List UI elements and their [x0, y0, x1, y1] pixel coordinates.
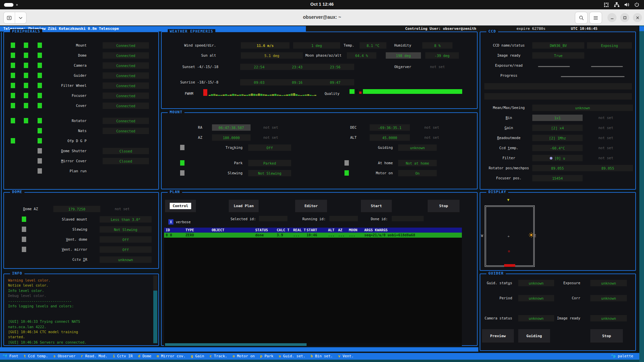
plan-button-control[interactable]: Control	[165, 200, 196, 213]
peripheral-led	[38, 118, 42, 123]
terminal-screen: Telescope: Zbigniew Zibi Kołaczkowski 0.…	[0, 25, 644, 362]
maximize-button[interactable]	[620, 13, 629, 22]
dome-row-value[interactable]: Off	[100, 246, 152, 253]
plan-table-row[interactable]: 0 0ZEROdone3.9...10:46.........seq=21/u/…	[164, 233, 462, 238]
hotkey-park[interactable]: p Park	[260, 353, 273, 360]
peripheral-status: Connected	[103, 72, 149, 79]
readoutmode-value[interactable]: [2] 1Mhz	[532, 135, 583, 141]
image-ready-value: True	[532, 52, 584, 59]
dome-row-value[interactable]: unknown	[100, 256, 152, 263]
fwhm-bar	[274, 94, 276, 96]
hotkey-statusbar: ^f Fontt Ccd temp.s Observerr Read. Mod.…	[0, 353, 639, 360]
hotkey-vent-[interactable]: v Vent.	[338, 353, 354, 360]
hotkey-bin-set-[interactable]: b Bin set.	[311, 353, 333, 360]
exposure-progressbar	[538, 66, 570, 67]
sky-chart-frame	[485, 205, 535, 267]
guider-button-preview[interactable]: Preview	[482, 329, 514, 344]
terminal-scrollbar-thumb[interactable]	[639, 26, 644, 31]
filter-value[interactable]: [0] u	[532, 155, 583, 161]
hotkey-key: ^f	[3, 354, 7, 358]
search-button[interactable]	[575, 12, 588, 24]
fwhm-bar	[251, 94, 253, 96]
bin-value[interactable]: 1x1	[532, 115, 583, 121]
close-button[interactable]	[633, 13, 642, 22]
plan-button-start[interactable]: Start	[361, 200, 392, 213]
volume-icon[interactable]	[624, 2, 630, 7]
fwhm-chart	[203, 88, 317, 96]
keyboard-layout-icon[interactable]	[604, 2, 609, 7]
mean-max-seeing-value: unknown	[532, 105, 633, 111]
bottom-strip	[0, 360, 644, 362]
moon-az-value[interactable]: 198 deg	[386, 52, 421, 59]
hotkey-label: Mirror cov.	[159, 354, 185, 358]
display-panel-title: DISPLAY	[486, 190, 508, 194]
info-scrollbar[interactable]	[153, 276, 157, 343]
power-icon[interactable]	[634, 2, 639, 7]
peripheral-led	[11, 53, 15, 58]
hotkey-guid-set-[interactable]: u Guid. set.	[279, 353, 305, 360]
system-clock[interactable]: Oct 1 12:46	[0, 2, 644, 7]
dome-row-value[interactable]: Off	[100, 236, 152, 243]
peripheral-label: Focuser	[72, 94, 87, 98]
wind-speed-value: 11.6 m/s	[241, 42, 289, 49]
hotkey-read-mod-[interactable]: r Read. Mod.	[81, 353, 107, 360]
plan-button-load-plan[interactable]: Load Plan	[229, 200, 259, 213]
hotkey-cctv-ir[interactable]: i Cctv IR	[113, 353, 133, 360]
ccd-temp-value[interactable]: -60.4°C	[532, 145, 583, 151]
fwhm-bar	[310, 95, 312, 96]
fwhm-bar	[312, 95, 314, 96]
ra-value[interactable]: 06:47:38.587	[212, 124, 251, 131]
dome-panel: DOME Dome AZ 179.7250 not set Slaved mou…	[3, 192, 159, 269]
bin-extra: not set	[598, 116, 613, 120]
plan-button-stop[interactable]: Stop	[428, 200, 460, 213]
utc-clock: UTC 10:46:45	[571, 26, 597, 32]
terminal-scrollbar[interactable]	[639, 25, 644, 362]
park-value[interactable]: Parked	[248, 160, 291, 166]
target-marker-icon: ⊗	[508, 249, 510, 253]
minimize-button[interactable]	[607, 13, 616, 22]
plan-table-header-cell: TYPE	[185, 228, 194, 232]
dome-row-value[interactable]: Less than 3.0°	[100, 216, 152, 223]
app-header-telescope: Telescope: Zbigniew Zibi Kołaczkowski 0.…	[0, 26, 306, 32]
hotkey-track-[interactable]: c Track.	[209, 353, 227, 360]
dome-row-value[interactable]: Not Slewing	[100, 226, 152, 233]
peripheral-led	[11, 103, 15, 108]
fwhm-bar	[286, 95, 288, 96]
fwhm-bar	[305, 95, 307, 96]
plan-table-header-cell: START	[307, 228, 317, 232]
sunset-label: Sunset -4/-15/-18	[182, 65, 218, 69]
fwhm-bar	[300, 95, 302, 96]
guider-button-guiding[interactable]: Guiding	[518, 329, 550, 344]
plan-hscrollbar-thumb[interactable]	[165, 343, 307, 346]
verbose-checkbox[interactable]: X	[168, 219, 173, 225]
dome-panel-title: DOME	[10, 190, 24, 194]
plan-hscrollbar[interactable]	[164, 343, 462, 346]
hotkey-font[interactable]: ^f Font	[3, 353, 18, 360]
hotkey-label: Cctv IR	[115, 354, 133, 358]
hotkey-dome[interactable]: d Dome	[138, 353, 151, 360]
gain-value[interactable]: [2] x4	[532, 125, 583, 131]
selected-id-field[interactable]	[259, 216, 287, 221]
fwhm-bar	[253, 94, 255, 96]
menu-button[interactable]	[589, 12, 602, 24]
sunset-time: 23:56	[330, 65, 341, 69]
guider-button-stop[interactable]: Stop	[590, 329, 623, 344]
hotkey-palette[interactable]: ^p palette	[611, 353, 633, 360]
plan-button-editor[interactable]: Editor	[295, 200, 327, 213]
tracking-value[interactable]: Off	[248, 144, 291, 151]
wind-label: Wind speed/dir.	[184, 43, 216, 47]
hotkey-ccd-temp-[interactable]: t Ccd temp.	[23, 353, 48, 360]
hotkey-gain[interactable]: g Gain	[191, 353, 204, 360]
west-label: W	[481, 234, 483, 238]
running-id-field[interactable]	[329, 216, 358, 221]
done-id-field[interactable]	[392, 216, 424, 221]
hotkey-motor-on[interactable]: o Motor on	[232, 353, 255, 360]
hotkey-observer[interactable]: s Observer	[53, 353, 75, 360]
dome-az-value: 179.7250	[53, 206, 100, 212]
guider-value: unknown	[590, 295, 627, 301]
hotkey-mirror-cov-[interactable]: m Mirror cov.	[157, 353, 185, 360]
motor-value[interactable]: On	[398, 170, 437, 176]
focuser-pos-value[interactable]: 15454	[532, 175, 583, 181]
network-icon[interactable]	[614, 2, 620, 7]
fwhm-bar	[241, 94, 244, 96]
